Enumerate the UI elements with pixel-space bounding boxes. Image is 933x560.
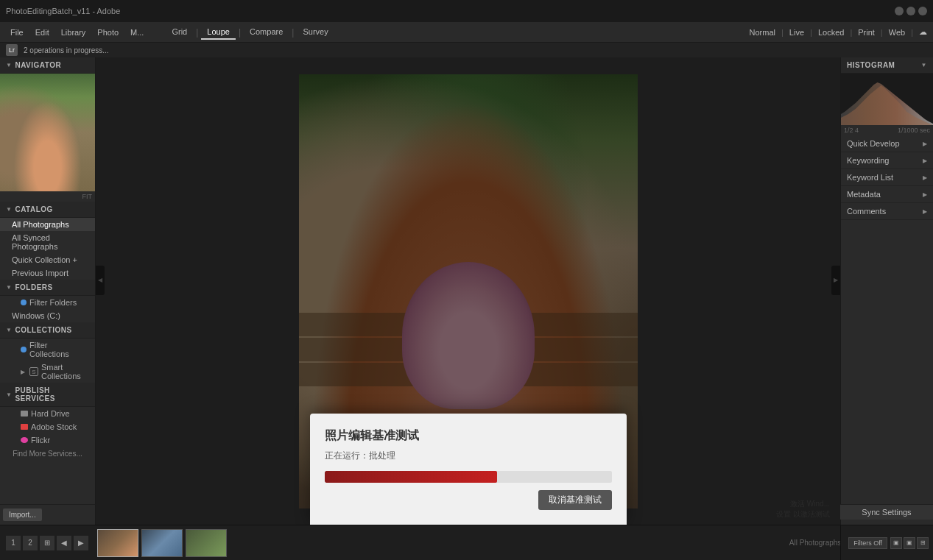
catalog-previous-import[interactable]: Previous Import xyxy=(0,266,95,280)
filmstrip-prev-btn[interactable]: ◀ xyxy=(57,536,71,550)
menu-photo[interactable]: Photo xyxy=(93,26,123,39)
collections-title: Collections xyxy=(15,326,71,334)
keywording-arrow: ▶ xyxy=(923,157,927,164)
import-button[interactable]: Import... xyxy=(3,508,42,521)
filmstrip-grid-btn[interactable]: ⊞ xyxy=(40,536,54,550)
keyword-list-item[interactable]: Keyword List ▶ xyxy=(841,169,933,186)
histogram-title: Histogram xyxy=(847,61,895,69)
filmstrip-controls: 1 2 ⊞ ◀ ▶ xyxy=(6,536,88,550)
publish-services-arrow: ▼ xyxy=(6,391,12,398)
find-more-services[interactable]: Find More Services... xyxy=(0,447,95,461)
hist-info-right: 1/1000 sec xyxy=(898,127,930,134)
filmstrip-thumb-3[interactable] xyxy=(186,529,227,557)
nav-image xyxy=(0,74,95,191)
cloud-icon[interactable]: ☁ xyxy=(919,27,927,37)
thumb-img-2 xyxy=(142,530,182,556)
collections-header[interactable]: ▼ Collections xyxy=(0,322,95,339)
lr-logo: Lr xyxy=(6,44,18,56)
flickr-item[interactable]: Flickr xyxy=(0,433,95,447)
folders-arrow: ▼ xyxy=(6,284,12,291)
collections-section: ▼ Collections Filter Collections ▶ S Sma… xyxy=(0,322,95,383)
metadata-item[interactable]: Metadata ▶ xyxy=(841,186,933,203)
filmstrip: 1 2 ⊞ ◀ ▶ All Photographs 320 photos 10 … xyxy=(0,525,933,560)
right-panel: Histogram ▼ 1/2 4 1/1000 sec Quick Devel… xyxy=(840,57,933,525)
title-bar: PhotoEditingBatch_v11 - Adobe xyxy=(0,0,933,22)
hard-drive-item[interactable]: Hard Drive xyxy=(0,407,95,420)
filters-off-button[interactable]: Filters Off xyxy=(848,537,887,549)
menu-library[interactable]: Library xyxy=(57,26,91,39)
menu-file[interactable]: File xyxy=(6,26,28,39)
filmstrip-thumb-1[interactable] xyxy=(97,529,138,557)
thumb-img-3 xyxy=(186,530,226,556)
collections-arrow: ▼ xyxy=(6,327,12,333)
smart-collections-item[interactable]: ▶ S Smart Collections xyxy=(0,361,95,383)
keywording-label: Keywording xyxy=(847,156,889,165)
quick-develop-item[interactable]: Quick Develop ▶ xyxy=(841,135,933,152)
publish-services-section: ▼ Publish Services Hard Drive Adobe Stoc… xyxy=(0,383,95,461)
tab-survey[interactable]: Survey xyxy=(297,25,334,40)
folders-section: ▼ Folders Filter Folders Windows (C:) xyxy=(0,280,95,322)
locked-label[interactable]: Locked xyxy=(818,28,844,37)
cancel-benchmark-button[interactable]: 取消基准测试 xyxy=(538,490,612,510)
maximize-button[interactable] xyxy=(906,7,915,15)
dialog-title: 照片编辑基准测试 xyxy=(325,428,612,444)
dialog-subtitle-prefix: 正在运行： xyxy=(325,450,369,461)
minimize-button[interactable] xyxy=(895,7,904,15)
adobe-stock-label: Adobe Stock xyxy=(31,422,77,431)
filmstrip-thumb-icon-1[interactable]: ▣ xyxy=(890,537,902,549)
windows-c-item[interactable]: Windows (C:) xyxy=(0,309,95,322)
comments-item[interactable]: Comments ▶ xyxy=(841,203,933,220)
keyword-list-arrow: ▶ xyxy=(923,174,927,181)
web-label[interactable]: Web xyxy=(889,28,905,37)
navigator-panel: ▼ Navigator FIT xyxy=(0,57,95,202)
app-title: PhotoEditingBatch_v11 - Adobe xyxy=(6,7,120,15)
comments-label: Comments xyxy=(847,207,886,216)
flickr-label: Flickr xyxy=(31,436,50,444)
publish-services-header[interactable]: ▼ Publish Services xyxy=(0,383,95,407)
filmstrip-thumb-2[interactable] xyxy=(141,529,183,557)
smart-collections-arrow: ▶ xyxy=(21,369,25,375)
histogram-header[interactable]: Histogram ▼ xyxy=(841,57,933,74)
catalog-title: Catalog xyxy=(15,205,52,213)
menu-more[interactable]: M... xyxy=(126,26,148,39)
folders-header[interactable]: ▼ Folders xyxy=(0,280,95,296)
catalog-all-photos[interactable]: All Photographs xyxy=(0,218,95,231)
histogram-svg xyxy=(841,74,933,125)
filter-folders-item[interactable]: Filter Folders xyxy=(0,296,95,309)
dialog-subtitle: 正在运行：批处理 xyxy=(325,450,612,462)
filmstrip-next-btn[interactable]: ▶ xyxy=(74,536,88,550)
navigator-header[interactable]: ▼ Navigator xyxy=(0,57,95,74)
left-panel: ▼ Navigator FIT ▼ Catalog All Photograph… xyxy=(0,57,96,525)
catalog-header[interactable]: ▼ Catalog xyxy=(0,202,95,218)
adobe-stock-item[interactable]: Adobe Stock xyxy=(0,420,95,433)
sync-settings-button[interactable]: Sync Settings xyxy=(840,504,933,520)
print-label[interactable]: Print xyxy=(858,28,875,37)
filmstrip-btn-2[interactable]: 2 xyxy=(23,536,38,550)
close-button[interactable] xyxy=(918,7,927,15)
menu-edit[interactable]: Edit xyxy=(31,26,54,39)
title-text: PhotoEditingBatch_v11 - Adobe xyxy=(6,7,120,15)
window-controls[interactable] xyxy=(895,7,927,15)
filter-folders-label: Filter Folders xyxy=(29,298,77,307)
histogram-arrow: ▼ xyxy=(921,62,927,68)
tab-loupe[interactable]: Loupe xyxy=(201,25,236,40)
progress-bar-top: Lr 2 operations in progress... xyxy=(0,43,933,57)
tab-compare[interactable]: Compare xyxy=(244,25,289,40)
catalog-quick-collection[interactable]: Quick Collection + xyxy=(0,253,95,266)
dialog-progress-fill xyxy=(325,471,497,483)
main-area: 照片编辑基准测试 正在运行：批处理 取消基准测试 xyxy=(96,57,840,525)
nav-fit-label[interactable]: FIT xyxy=(82,193,93,200)
tab-grid[interactable]: Grid xyxy=(166,25,193,40)
catalog-all-synced[interactable]: All Synced Photographs xyxy=(0,231,95,253)
filmstrip-thumb-icon-2[interactable]: ▣ xyxy=(904,537,915,549)
filmstrip-expand-icon[interactable]: ⊞ xyxy=(917,537,929,549)
right-controls: Normal | Live | Locked | Print | Web | ☁ xyxy=(750,27,927,37)
keywording-item[interactable]: Keywording ▶ xyxy=(841,152,933,169)
live-label[interactable]: Live xyxy=(789,28,804,37)
navigator-arrow: ▼ xyxy=(6,62,12,68)
menu-bar: File Edit Library Photo M... Grid | Loup… xyxy=(0,22,933,43)
filter-collections-icon xyxy=(21,347,27,352)
hist-info-left: 1/2 4 xyxy=(844,127,859,134)
filmstrip-btn-1[interactable]: 1 xyxy=(6,536,21,550)
filter-collections-item[interactable]: Filter Collections xyxy=(0,339,95,361)
